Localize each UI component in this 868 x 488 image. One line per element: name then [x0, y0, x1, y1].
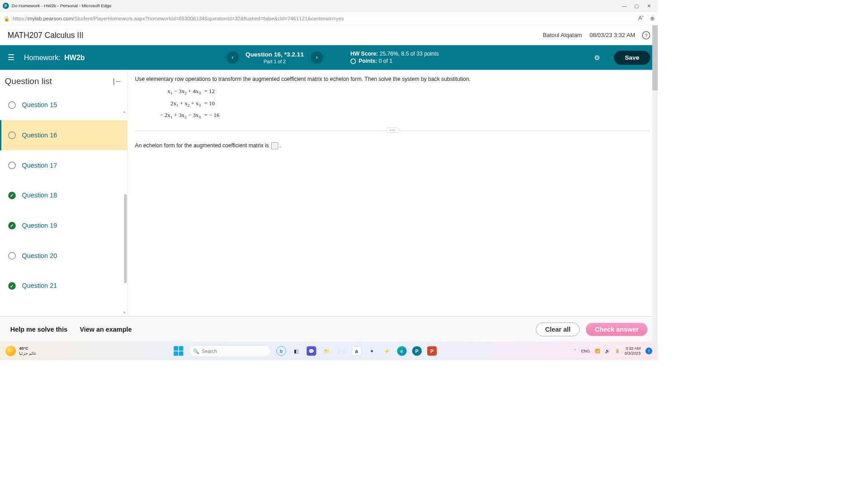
window-title: Do Homework - HW2b - Personal - Microsof…: [12, 3, 618, 8]
zoom-icon[interactable]: ⊕: [650, 15, 655, 21]
save-button[interactable]: Save: [614, 51, 650, 65]
pearson-favicon: P: [3, 3, 9, 9]
address-bar: 🔒 https://mylab.pearson.com/Student/Play…: [0, 12, 658, 25]
equation-system: x1 − 3x2 + 4x3=12 2x1 + x2 + x3=10 − 2x1…: [152, 85, 650, 121]
status-icon-empty: [8, 131, 16, 139]
help-icon[interactable]: ?: [642, 31, 650, 39]
status-icon-done: ✓: [8, 222, 16, 230]
answer-blank-input[interactable]: [272, 142, 278, 149]
question-item-18[interactable]: ✓ Question 18: [0, 180, 127, 211]
question-item-21[interactable]: ✓ Question 21: [0, 271, 127, 301]
answer-line: An echelon form for the augmented coeffi…: [135, 142, 651, 149]
bing-icon[interactable]: b: [276, 346, 286, 356]
points-status-icon: [350, 59, 356, 64]
course-name: MATH207 Calculus III: [8, 31, 543, 40]
pearson-icon[interactable]: P: [412, 346, 421, 356]
edge-icon[interactable]: e: [397, 346, 406, 356]
taskbar-search[interactable]: 🔍Search: [189, 345, 271, 357]
question-list-sidebar: Question list |← ▲ Question 15 Question …: [0, 70, 127, 317]
amazon-icon[interactable]: a: [352, 346, 361, 356]
explorer-icon[interactable]: 📁: [321, 346, 331, 356]
weather-widget[interactable]: 40°Cغائم جزئيا: [5, 346, 36, 356]
dropbox-icon[interactable]: ✦: [367, 346, 376, 356]
clock[interactable]: 3:32 AM8/3/2023: [625, 346, 641, 356]
taskview-icon[interactable]: ◧: [292, 346, 301, 356]
page-scrollbar[interactable]: [652, 25, 658, 346]
homework-toolbar: ☰ Homework: HW2b ‹ Question 16, *3.2.11 …: [0, 45, 658, 70]
prev-question-button[interactable]: ‹: [226, 52, 239, 64]
volume-icon[interactable]: 🔊: [605, 348, 610, 353]
lock-icon: 🔒: [4, 15, 9, 21]
status-icon-empty: [8, 162, 16, 169]
sidebar-title: Question list: [5, 76, 113, 86]
help-solve-link[interactable]: Help me solve this: [10, 325, 67, 333]
question-item-20[interactable]: Question 20: [0, 241, 127, 271]
section-divider: •••: [135, 130, 651, 131]
status-icon-empty: [8, 101, 16, 109]
page-scrollbar-thumb[interactable]: [652, 25, 658, 90]
url-text[interactable]: https://mylab.pearson.com/Student/Player…: [13, 15, 632, 21]
mail-icon[interactable]: ✉️: [337, 346, 346, 356]
lightning-icon[interactable]: ⚡: [382, 346, 392, 356]
close-button[interactable]: ✕: [643, 3, 655, 8]
page-header: MATH207 Calculus III Batoul Alqatam 08/0…: [0, 25, 658, 45]
view-example-link[interactable]: View an example: [80, 325, 132, 333]
powerpoint-icon[interactable]: P: [427, 346, 437, 356]
scroll-up-arrow[interactable]: ▲: [123, 109, 127, 114]
menu-icon[interactable]: ☰: [8, 53, 14, 62]
wifi-icon[interactable]: 📶: [595, 348, 600, 353]
minimize-button[interactable]: ―: [618, 3, 630, 8]
chat-icon[interactable]: 💬: [307, 346, 316, 356]
expand-dots-icon[interactable]: •••: [386, 127, 399, 132]
search-icon: 🔍: [193, 348, 199, 354]
windows-taskbar: 40°Cغائم جزئيا 🔍Search b ◧ 💬 📁 ✉️ a ✦ ⚡ …: [0, 342, 658, 360]
language-indicator[interactable]: ENG: [581, 348, 590, 353]
maximize-button[interactable]: ▢: [630, 3, 642, 8]
battery-icon[interactable]: 🔋: [615, 348, 620, 353]
status-icon-done: ✓: [8, 192, 16, 199]
main-area: Question list |← ▲ Question 15 Question …: [0, 70, 658, 317]
question-part: Part 1 of 2: [245, 59, 304, 64]
score-block: HW Score: 25.76%, 8.5 of 33 points Point…: [350, 50, 439, 65]
start-button[interactable]: [174, 346, 183, 356]
tray-chevron-icon[interactable]: ˄: [574, 348, 576, 353]
homework-label: Homework: HW2b: [24, 53, 85, 61]
reading-mode-icon[interactable]: A»: [638, 15, 644, 22]
datetime: 08/03/23 3:32 AM: [590, 32, 635, 38]
notification-badge[interactable]: 7: [646, 347, 652, 354]
status-icon-done: ✓: [8, 282, 16, 290]
question-content: Use elementary row operations to transfo…: [127, 70, 658, 317]
question-item-19[interactable]: ✓ Question 19: [0, 211, 127, 241]
check-answer-button[interactable]: Check answer: [586, 323, 647, 336]
question-list: ▲ Question 15 Question 16 Question 17 ✓ …: [0, 90, 127, 316]
window-titlebar: P Do Homework - HW2b - Personal - Micros…: [0, 0, 658, 12]
question-item-16[interactable]: Question 16: [0, 120, 127, 150]
collapse-sidebar-icon[interactable]: |←: [113, 76, 123, 85]
status-icon-empty: [8, 252, 16, 260]
sidebar-scrollbar-thumb[interactable]: [124, 194, 127, 283]
instruction-text: Use elementary row operations to transfo…: [135, 76, 651, 82]
next-question-button[interactable]: ›: [311, 52, 323, 64]
user-name: Batoul Alqatam: [543, 32, 582, 38]
question-item-17[interactable]: Question 17: [0, 150, 127, 181]
scroll-down-arrow[interactable]: ▼: [123, 310, 127, 315]
clear-all-button[interactable]: Clear all: [536, 322, 580, 336]
question-title: Question 16, *3.2.11: [245, 51, 304, 58]
question-item-15[interactable]: Question 15: [0, 90, 127, 120]
settings-icon[interactable]: ⚙: [594, 53, 600, 61]
footer-bar: Help me solve this View an example Clear…: [0, 316, 658, 342]
question-info: Question 16, *3.2.11 Part 1 of 2: [245, 51, 304, 65]
weather-icon: [5, 346, 16, 356]
